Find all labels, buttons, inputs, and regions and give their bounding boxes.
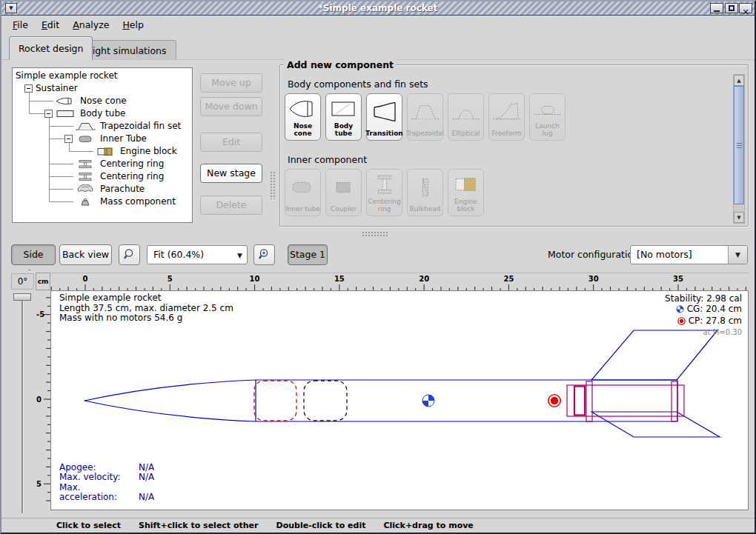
scroll-up-icon[interactable]: ▲ (734, 75, 744, 86)
add-coupler-button[interactable]: Coupler (325, 169, 362, 216)
tree-item-sustainer[interactable]: Sustainer (13, 82, 192, 95)
add-engine-block-button[interactable]: Engine block (448, 169, 484, 216)
cp-value: CP: 27.8 cm (689, 316, 742, 326)
add-body-tube-button[interactable]: Body tube (325, 93, 362, 141)
finset-icon (75, 121, 97, 131)
motor-configuration-label: Motor configuration: (548, 249, 642, 260)
component-button-label: Coupler (331, 206, 357, 216)
add-freeform-button[interactable]: Freeform (488, 93, 525, 141)
delete-button[interactable]: Delete (200, 196, 262, 215)
add-transition-button[interactable]: Transition (366, 93, 402, 141)
stage-1-toggle[interactable]: Stage 1 (288, 244, 328, 265)
motor-configuration-select[interactable]: [No motors] ▼ (630, 245, 748, 264)
status-hint: Click+drag to move (383, 521, 473, 530)
tree-item-engine-block[interactable]: Engine block (13, 145, 192, 158)
design-pane: Simple example rocketSustainerNose coneB… (1, 59, 755, 228)
menu-file[interactable]: File (6, 18, 35, 32)
tree-item-nose-cone[interactable]: Nose cone (13, 95, 192, 107)
menu-edit[interactable]: Edit (35, 18, 66, 32)
move-down-button[interactable]: Move down (200, 97, 262, 116)
mach-note: at M=0.30 (665, 327, 742, 338)
component-button-label: Engine block (448, 198, 483, 216)
tree-expander-icon[interactable] (44, 110, 53, 118)
new-stage-button[interactable]: New stage (200, 164, 262, 183)
component-button-label: Inner tube (285, 206, 320, 216)
tree-expander-icon[interactable] (64, 135, 73, 143)
tree-item-simple-example-rocket[interactable]: Simple example rocket (13, 70, 192, 82)
add-centering-ring-button[interactable]: Centering ring (366, 169, 402, 216)
svg-text:20: 20 (419, 275, 429, 283)
tree-expander-icon[interactable] (24, 84, 33, 93)
add-inner-tube-button[interactable]: Inner tube (285, 169, 321, 216)
back-view-button[interactable]: Back view (59, 244, 112, 265)
rotation-slider-track[interactable] (21, 300, 23, 513)
component-button-label: Bulkhead (409, 206, 440, 216)
centeringring-icon (75, 172, 97, 181)
tree-item-label: Body tube (80, 108, 125, 119)
side-view-button[interactable]: Side view (11, 244, 56, 265)
tree-item-label: Simple example rocket (16, 70, 117, 81)
tree-item-centering-ring[interactable]: Centering ring (13, 170, 192, 183)
edit-button[interactable]: Edit (200, 133, 262, 152)
scroll-down-icon[interactable]: ▼ (734, 212, 744, 223)
rocket-canvas[interactable]: Simple example rocket Length 37.5 cm, ma… (50, 290, 749, 510)
flight-info-value: N/A (139, 472, 154, 482)
component-tree[interactable]: Simple example rocketSustainerNose coneB… (12, 67, 193, 223)
title-bar[interactable]: ▼ *Simple example rocket ✕ (1, 1, 755, 16)
svg-text:25: 25 (503, 275, 514, 283)
coupler-icon (326, 170, 361, 206)
tree-item-label: Centering ring (100, 158, 164, 169)
tree-item-inner-tube[interactable]: Inner Tube (13, 133, 192, 145)
add-launch-lug-button[interactable]: Launch lug (529, 93, 566, 141)
tab-rocket-design[interactable]: Rocket design (9, 36, 93, 60)
tree-item-centering-ring[interactable]: Centering ring (13, 158, 192, 170)
close-button[interactable]: ✕ (739, 3, 752, 13)
tree-item-mass-component[interactable]: Mass component (13, 196, 192, 208)
stability-info: Stability: 2.98 cal CG: 20.4 cm CP: 27.8… (665, 293, 742, 338)
rotation-slider-handle[interactable] (13, 293, 31, 301)
zoom-out-button[interactable] (119, 244, 140, 265)
status-bar: Click to selectShift+click to select oth… (1, 518, 755, 533)
tree-item-trapezoidal-fin-set[interactable]: Trapezoidal fin set (13, 120, 192, 133)
zoom-select[interactable]: Fit (60.4%) ▼ (147, 245, 248, 264)
scroll-thumb[interactable] (734, 86, 744, 204)
flight-info-label: Max. velocity: (59, 473, 139, 482)
horizontal-ruler: 05101520253035 (50, 273, 749, 290)
component-button-label: Trapezoidal (406, 130, 444, 141)
menu-bar: FileEditAnalyzeHelp (1, 16, 755, 33)
launchlug-icon (530, 94, 565, 123)
splitter-handle[interactable] (362, 231, 388, 237)
transition-icon (367, 94, 402, 130)
chevron-down-icon[interactable]: ▼ (728, 246, 747, 264)
cg-value: CG: 20.4 cm (687, 304, 742, 314)
svg-text:5: 5 (168, 275, 173, 283)
tree-item-label: Trapezoidal fin set (100, 121, 181, 131)
tree-item-body-tube[interactable]: Body tube (13, 107, 192, 120)
scrollbar[interactable]: ▲ ▼ (733, 74, 745, 224)
zoom-in-button[interactable] (253, 244, 275, 265)
window-title: *Simple example rocket (1, 3, 755, 13)
add-nose-cone-button[interactable]: Nose cone (285, 93, 321, 141)
freeform-icon (489, 94, 524, 130)
section-label: Body components and fin sets (288, 79, 428, 90)
component-button-label: Centering ring (367, 198, 402, 216)
move-up-button[interactable]: Move up (200, 73, 262, 93)
add-elliptical-button[interactable]: Elliptical (448, 93, 484, 141)
maximize-button[interactable] (725, 3, 738, 13)
svg-text:-5: -5 (36, 310, 44, 318)
magnifier-icon (123, 248, 136, 261)
horizontal-splitter[interactable] (1, 228, 755, 240)
rocket-diagram-area: 0° cm 05101520253035 -505 Simple example… (1, 270, 755, 518)
bodytube-icon (55, 109, 77, 119)
menu-help[interactable]: Help (116, 18, 150, 32)
tree-item-parachute[interactable]: Parachute (13, 183, 192, 196)
minimize-button[interactable] (710, 3, 723, 13)
mass-icon (75, 197, 97, 207)
menu-analyze[interactable]: Analyze (66, 18, 116, 32)
group-title: Add new component (284, 59, 397, 70)
vertical-splitter-handle[interactable] (270, 171, 276, 199)
add-bulkhead-button[interactable]: Bulkhead (407, 169, 443, 216)
svg-text:35: 35 (673, 275, 683, 283)
component-button-label: Body tube (326, 123, 361, 140)
add-trapezoidal-button[interactable]: Trapezoidal (407, 93, 443, 141)
